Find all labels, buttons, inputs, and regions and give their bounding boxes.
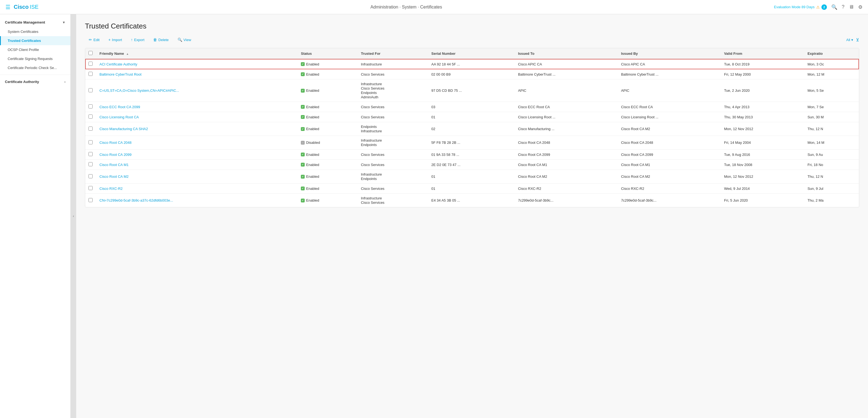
- edit-button[interactable]: ✏ Edit: [85, 36, 103, 43]
- row-checkbox[interactable]: [89, 127, 93, 131]
- expiration-cell: Mon, 3 Oc: [804, 59, 859, 69]
- cert-management-section[interactable]: Certificate Management ▼: [0, 18, 70, 27]
- view-button[interactable]: 🔍 View: [174, 36, 195, 43]
- issued-to-cell: Cisco APIC CA: [515, 59, 618, 69]
- th-issued-to: Issued To: [515, 48, 618, 59]
- import-button[interactable]: + Import: [104, 36, 126, 43]
- help-icon[interactable]: ?: [842, 4, 844, 10]
- serial-number-cell: 2E D2 0E 73 47 ...: [428, 160, 515, 170]
- friendly-name-cell: Cisco ECC Root CA 2099: [96, 102, 298, 112]
- sidebar-item-ocsp[interactable]: OCSP Client Profile: [0, 45, 70, 54]
- row-checkbox[interactable]: [89, 62, 93, 66]
- serial-number-cell: 03: [428, 102, 515, 112]
- friendly-name-cell: Cisco Root CA M2: [96, 170, 298, 184]
- eval-badge: 2: [822, 4, 827, 10]
- issued-by-cell: Cisco Root CA M1: [618, 160, 721, 170]
- friendly-name-cell: Cisco Licensing Root CA: [96, 112, 298, 122]
- serial-number-cell: 97 D5 CD BD 75 ...: [428, 79, 515, 102]
- serial-number-cell: 01: [428, 170, 515, 184]
- issued-by-cell: Baltimore CyberTrust ...: [618, 69, 721, 79]
- row-checkbox[interactable]: [89, 174, 93, 178]
- table-row: Cisco Manufacturing CA SHA2EnabledEndpoi…: [85, 122, 859, 136]
- issued-by-cell: Cisco Root CA 2048: [618, 136, 721, 150]
- issued-to-cell: 7c299e0d-5caf-3b9c...: [515, 194, 618, 207]
- notifications-icon[interactable]: 🖥: [849, 4, 854, 10]
- select-all-checkbox[interactable]: [89, 51, 93, 55]
- row-checkbox[interactable]: [89, 186, 93, 190]
- expiration-cell: Thu, 12 N: [804, 122, 859, 136]
- cert-management-label: Certificate Management: [5, 20, 45, 24]
- row-checkbox[interactable]: [89, 152, 93, 156]
- row-checkbox[interactable]: [89, 115, 93, 119]
- expiration-cell: Thu, 2 Ma: [804, 194, 859, 207]
- ca-section[interactable]: Certificate Authority ›: [0, 77, 70, 87]
- serial-number-cell: 01: [428, 112, 515, 122]
- valid-from-cell: Fri, 14 May 2004: [721, 136, 804, 150]
- trusted-for-cell: Cisco Services: [358, 160, 428, 170]
- sidebar-item-system-certs[interactable]: System Certificates: [0, 27, 70, 36]
- expiration-cell: Mon, 14 M: [804, 136, 859, 150]
- friendly-name-cell: C=US,ST=CA,O=Cisco System,CN=APIC#APIC..…: [96, 79, 298, 102]
- expiration-cell: Mon, 7 Se: [804, 102, 859, 112]
- trusted-for-cell: Cisco Services: [358, 102, 428, 112]
- table-row: Cisco Root CA M2EnabledInfrastructureEnd…: [85, 170, 859, 184]
- expiration-cell: Fri, 18 No: [804, 160, 859, 170]
- status-cell: Enabled: [298, 194, 358, 207]
- status-cell: Enabled: [298, 112, 358, 122]
- row-checkbox[interactable]: [89, 88, 93, 92]
- status-cell: Enabled: [298, 170, 358, 184]
- th-friendly-name: Friendly Name ▲: [96, 48, 298, 59]
- delete-button[interactable]: 🗑 Delete: [149, 36, 173, 43]
- serial-number-cell: 01 9A 33 58 78 ...: [428, 150, 515, 160]
- issued-to-cell: Cisco Root CA M1: [515, 160, 618, 170]
- trusted-for-cell: InfrastructureCisco ServicesEndpointsAdm…: [358, 79, 428, 102]
- enabled-icon: [301, 163, 305, 166]
- enabled-icon: [301, 153, 305, 156]
- issued-to-cell: Cisco ECC Root CA: [515, 102, 618, 112]
- row-checkbox[interactable]: [89, 104, 93, 108]
- friendly-name-cell: Baltimore CyberTrust Root: [96, 69, 298, 79]
- trusted-for-cell: Cisco Services: [358, 184, 428, 194]
- valid-from-cell: Mon, 12 Nov 2012: [721, 122, 804, 136]
- eval-mode-link[interactable]: Evaluation Mode 89 Days ⚠ 2: [774, 4, 827, 10]
- collapse-sidebar-panel[interactable]: ‹: [71, 14, 76, 418]
- search-icon[interactable]: 🔍: [831, 4, 837, 10]
- valid-from-cell: Tue, 9 Aug 2016: [721, 150, 804, 160]
- issued-by-cell: Cisco Root CA 2099: [618, 150, 721, 160]
- main-content: Trusted Certificates ✏ Edit + Import ↑ E…: [76, 14, 868, 418]
- table-row: C=US,ST=CA,O=Cisco System,CN=APIC#APIC..…: [85, 79, 859, 102]
- expiration-cell: Sun, 9 Jul: [804, 184, 859, 194]
- hamburger-icon[interactable]: ☰: [5, 4, 10, 10]
- table-row: Baltimore CyberTrust RootEnabledCisco Se…: [85, 69, 859, 79]
- filter-icon[interactable]: ⊻: [856, 37, 859, 42]
- issued-by-cell: Cisco ECC Root CA: [618, 102, 721, 112]
- row-checkbox[interactable]: [89, 72, 93, 76]
- valid-from-cell: Fri, 12 May 2000: [721, 69, 804, 79]
- trusted-for-cell: EndpointsInfrastructure: [358, 122, 428, 136]
- issued-by-cell: APIC: [618, 79, 721, 102]
- status-cell: Enabled: [298, 59, 358, 69]
- chevron-right-icon: ›: [64, 80, 65, 84]
- all-dropdown[interactable]: All ▾: [846, 38, 853, 42]
- row-checkbox[interactable]: [89, 162, 93, 166]
- issued-to-cell: Cisco Licensing Root ...: [515, 112, 618, 122]
- top-nav: ☰ Cisco ISE Administration · System · Ce…: [0, 0, 868, 14]
- export-button[interactable]: ↑ Export: [127, 36, 148, 43]
- expiration-cell: Mon, 12 M: [804, 69, 859, 79]
- status-cell: Enabled: [298, 122, 358, 136]
- enabled-icon: [301, 89, 305, 93]
- sidebar-item-csr[interactable]: Certificate Signing Requests: [0, 54, 70, 63]
- settings-icon[interactable]: ⚙: [858, 4, 863, 10]
- sidebar-divider: [0, 74, 70, 75]
- serial-number-cell: 02: [428, 122, 515, 136]
- sidebar-item-periodic-check[interactable]: Certificate Periodic Check Se...: [0, 63, 70, 72]
- valid-from-cell: Mon, 12 Nov 2012: [721, 170, 804, 184]
- table-row: Cisco ECC Root CA 2099EnabledCisco Servi…: [85, 102, 859, 112]
- enabled-icon: [301, 175, 305, 179]
- eval-mode-text: Evaluation Mode 89 Days: [774, 5, 814, 9]
- sidebar-item-trusted-certs[interactable]: Trusted Certificates: [0, 36, 70, 45]
- row-checkbox[interactable]: [89, 140, 93, 144]
- row-checkbox[interactable]: [89, 198, 93, 202]
- enabled-icon: [301, 105, 305, 109]
- table-row: Cisco Root CA 2048DisabledInfrastructure…: [85, 136, 859, 150]
